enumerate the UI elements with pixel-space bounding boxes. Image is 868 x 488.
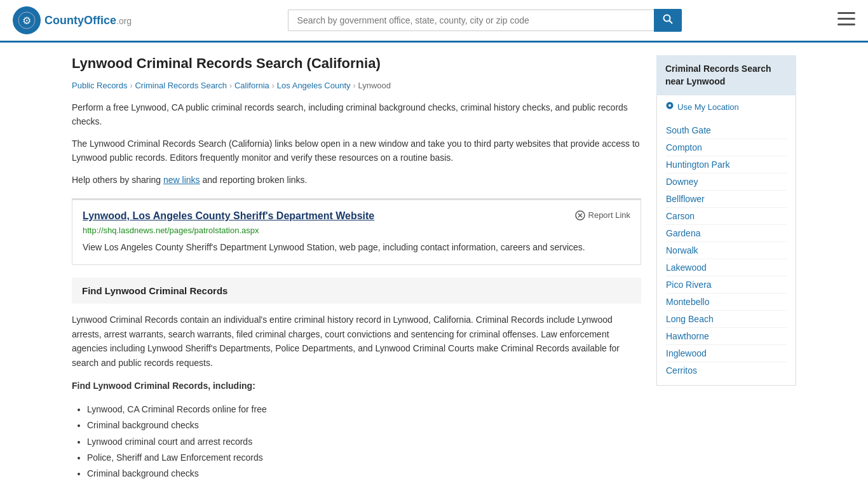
report-link[interactable]: Report Link — [575, 210, 630, 220]
use-location-label: Use My Location — [677, 102, 739, 112]
sidebar-link-montebello[interactable]: Montebello — [666, 294, 787, 311]
list-item: Police, Sheriff and Law Enforcement reco… — [87, 450, 641, 466]
find-section-body: Lynwood Criminal Records contain an indi… — [72, 304, 641, 482]
sidebar-link-compton[interactable]: Compton — [666, 139, 787, 156]
sidebar-link-norwalk[interactable]: Norwalk — [666, 242, 787, 259]
result-title[interactable]: Lynwood, Los Angeles County Sheriff's De… — [83, 210, 374, 222]
breadcrumb: Public Records › Criminal Records Search… — [72, 81, 641, 90]
result-description: View Los Angeles County Sheriff's Depart… — [83, 240, 630, 254]
list-item: Criminal background checks — [87, 417, 641, 433]
svg-point-11 — [668, 104, 671, 107]
result-header-row: Lynwood, Los Angeles County Sheriff's De… — [83, 210, 630, 226]
page-title: Lynwood Criminal Records Search (Califor… — [72, 55, 641, 72]
site-header: ⚙ CountyOffice.org — [0, 0, 868, 43]
breadcrumb-california[interactable]: California — [234, 81, 269, 90]
sidebar-link-inglewood[interactable]: Inglewood — [666, 345, 787, 362]
sidebar-link-carson[interactable]: Carson — [666, 208, 787, 225]
find-section-body-text: Lynwood Criminal Records contain an indi… — [72, 313, 641, 370]
find-section-header: Find Lynwood Criminal Records — [72, 278, 641, 304]
breadcrumb-public-records[interactable]: Public Records — [72, 81, 127, 90]
new-links-link[interactable]: new links — [163, 175, 200, 185]
description-2: The Lynwood Criminal Records Search (Cal… — [72, 137, 641, 165]
breadcrumb-criminal-records-search[interactable]: Criminal Records Search — [135, 81, 227, 90]
description-1: Perform a free Lynwood, CA public crimin… — [72, 100, 641, 129]
find-subtitle: Find Lynwood Criminal Records, including… — [72, 379, 641, 393]
sidebar-link-cerritos[interactable]: Cerritos — [666, 362, 787, 379]
sidebar-link-lakewood[interactable]: Lakewood — [666, 259, 787, 276]
svg-point-2 — [663, 15, 670, 22]
sidebar-link-pico-rivera[interactable]: Pico Rivera — [666, 276, 787, 294]
sidebar-body: Use My Location South Gate Compton Hunti… — [656, 95, 796, 386]
find-section-title: Find Lynwood Criminal Records — [82, 285, 631, 296]
svg-rect-5 — [837, 18, 855, 20]
list-item: Lynwood, CA Criminal Records online for … — [87, 402, 641, 417]
location-icon — [666, 102, 674, 112]
sidebar-link-gardena[interactable]: Gardena — [666, 225, 787, 242]
logo-text: CountyOffice.org — [44, 14, 132, 27]
search-input[interactable] — [288, 10, 654, 31]
sidebar-header: Criminal Records Search near Lynwood — [656, 55, 796, 95]
result-card: Lynwood, Los Angeles County Sheriff's De… — [72, 198, 641, 265]
svg-line-3 — [669, 21, 672, 24]
breadcrumb-lynwood: Lynwood — [358, 81, 391, 90]
description-3: Help others by sharing new links and rep… — [72, 173, 641, 187]
svg-rect-6 — [837, 24, 855, 25]
sidebar-link-bellflower[interactable]: Bellflower — [666, 191, 787, 208]
list-item: Lynwood criminal court and arrest record… — [87, 434, 641, 450]
search-area — [288, 9, 682, 32]
sidebar-link-south-gate[interactable]: South Gate — [666, 122, 787, 139]
find-list: Lynwood, CA Criminal Records online for … — [72, 402, 641, 482]
result-url[interactable]: http://shq.lasdnews.net/pages/patrolstat… — [83, 226, 630, 235]
logo-area: ⚙ CountyOffice.org — [13, 6, 132, 34]
sidebar: Criminal Records Search near Lynwood Use… — [656, 55, 796, 482]
main-wrapper: Lynwood Criminal Records Search (Califor… — [59, 43, 809, 488]
sidebar-link-huntington-park[interactable]: Huntington Park — [666, 156, 787, 173]
breadcrumb-los-angeles-county[interactable]: Los Angeles County — [277, 81, 351, 90]
sidebar-link-long-beach[interactable]: Long Beach — [666, 311, 787, 328]
svg-text:⚙: ⚙ — [22, 15, 31, 26]
svg-rect-4 — [837, 12, 855, 14]
content-area: Lynwood Criminal Records Search (Califor… — [72, 55, 641, 482]
logo-icon: ⚙ — [13, 6, 41, 34]
list-item: Criminal background checks — [87, 466, 641, 482]
use-location[interactable]: Use My Location — [666, 102, 787, 116]
report-icon — [575, 210, 585, 220]
search-button[interactable] — [654, 9, 682, 32]
sidebar-link-downey[interactable]: Downey — [666, 173, 787, 191]
menu-button[interactable] — [837, 12, 855, 29]
sidebar-link-hawthorne[interactable]: Hawthorne — [666, 328, 787, 345]
